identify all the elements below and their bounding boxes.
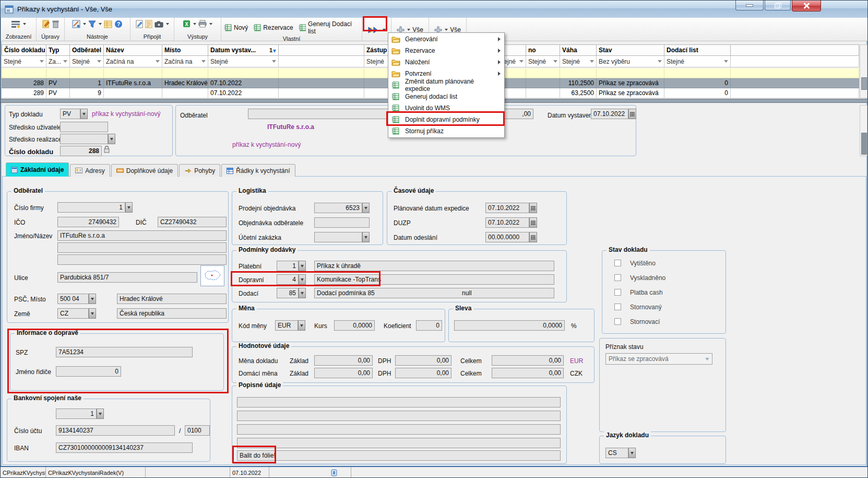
minimize-button[interactable] — [735, 1, 764, 10]
filter-dropdown-caret[interactable] — [99, 23, 102, 25]
jmeno-nazev-field-3[interactable] — [57, 254, 227, 265]
menu-item-uvolnit-do-wms[interactable]: Uvolnit do WMS — [388, 102, 504, 114]
column-header-dodaci-list[interactable]: Dodací list — [664, 44, 731, 56]
jmeno-nazev-field-2[interactable] — [57, 242, 227, 253]
generate-delivery-note-button[interactable]: Generuj Dodací list — [297, 20, 361, 36]
misto-field[interactable]: Hradec Králové — [117, 294, 227, 304]
menu-item-doplnit-dopravni-podminky[interactable]: Doplnit dopravní podmínky — [388, 114, 504, 125]
search-cell[interactable] — [70, 68, 104, 78]
platebni-text-field[interactable]: Příkaz k úhradě — [314, 261, 554, 271]
popisne-line-3[interactable] — [237, 424, 561, 435]
kod-banky-field[interactable]: 0100 — [185, 425, 210, 436]
column-header-odberatel[interactable]: Odběratel — [70, 44, 104, 56]
objednavka-odberatele-field[interactable] — [314, 217, 370, 228]
dph-field-2[interactable]: 0,00 — [395, 368, 451, 378]
cislo-firmy-field[interactable]: 1 — [57, 202, 125, 213]
camera-dropdown-caret[interactable] — [166, 23, 169, 25]
psc-spinner[interactable] — [89, 294, 96, 304]
cislo-firmy-spinner[interactable] — [125, 202, 133, 213]
typ-dokladu-spinner[interactable] — [80, 109, 88, 119]
restore-button[interactable] — [765, 1, 791, 10]
reservation-button[interactable]: Rezervace — [252, 24, 294, 32]
datum-vystaveni-field[interactable]: 07.10.2022 — [591, 109, 628, 119]
koeficient-field[interactable]: 0 — [416, 320, 442, 331]
search-cell[interactable] — [597, 68, 664, 78]
column-header-stav[interactable]: Stav — [597, 44, 664, 56]
column-header-blank[interactable] — [279, 44, 364, 56]
search-cell[interactable] — [208, 68, 279, 78]
kod-meny-spinner[interactable] — [298, 320, 305, 331]
duzp-calendar-button[interactable] — [529, 217, 537, 228]
grid-vertical-scrollbar[interactable] — [860, 44, 867, 98]
menu-item-nalozeni[interactable]: Naložení — [388, 56, 504, 68]
search-cell[interactable] — [526, 68, 560, 78]
menu-item-generovani[interactable]: Generování — [388, 33, 504, 45]
column-header-nazev[interactable]: Název — [104, 44, 162, 56]
cislo-uctu-field[interactable]: 9134140237 — [56, 425, 175, 436]
dodaci-text-field[interactable]: Dodací podmínka 85 null — [314, 288, 554, 298]
kurs-field[interactable]: 0,0000 — [334, 320, 375, 331]
attach-note-icon[interactable] — [136, 20, 143, 28]
bankovni-poradi-spinner[interactable] — [97, 409, 104, 419]
zaklad-field-2[interactable]: 0,00 — [314, 368, 373, 378]
excel-export-icon[interactable]: X — [183, 20, 191, 28]
psc-field[interactable]: 500 04 — [57, 294, 89, 304]
platebni-field[interactable]: 1 — [277, 261, 299, 271]
help-icon[interactable]: ? — [114, 20, 123, 28]
sleva-field[interactable]: 0,0000 — [454, 320, 565, 331]
search-cell[interactable] — [279, 68, 364, 78]
map-button[interactable] — [200, 265, 224, 286]
celkem-field-2[interactable]: 0,00 — [492, 368, 564, 378]
actions-chevron-icon[interactable] — [368, 27, 380, 33]
tab-doplnkove-udaje[interactable]: Doplňkové údaje — [111, 164, 178, 177]
menu-item-zmenit-datum[interactable]: Změnit datum plánované expedice — [388, 79, 504, 91]
detail-scrollbar-thumb[interactable] — [861, 133, 867, 155]
popisne-line-5[interactable]: Balit do fólie! — [237, 450, 561, 461]
jazyk-dokladu-spinner[interactable] — [628, 448, 636, 458]
delete-icon[interactable] — [52, 20, 59, 28]
jmeno-nazev-field[interactable]: ITFutuRe s.r.o.a — [57, 230, 227, 241]
checkbox-vyskladneno[interactable] — [614, 274, 621, 281]
column-header-typ[interactable]: Typ — [46, 44, 70, 56]
dic-field[interactable]: CZ27490432 — [158, 217, 227, 227]
ulice-field[interactable]: Pardubická 851/7 — [57, 272, 197, 283]
checkbox-vytisteno[interactable] — [614, 260, 621, 266]
dopravni-spinner[interactable] — [299, 274, 306, 285]
print-icon[interactable] — [198, 20, 207, 28]
prodejni-objednavka-spinner[interactable] — [362, 203, 370, 213]
filter-blank[interactable] — [279, 56, 364, 67]
datum-vystaveni-calendar-button[interactable] — [628, 109, 636, 119]
planovane-datum-calendar-button[interactable] — [529, 203, 537, 213]
column-header-misto[interactable]: Místo — [162, 44, 208, 56]
spz-field[interactable]: 7A51234 — [56, 347, 193, 357]
search-cell[interactable] — [162, 68, 208, 78]
jazyk-dokladu-field[interactable]: CS — [605, 448, 628, 458]
datum-odeslani-calendar-button[interactable] — [529, 232, 537, 242]
tab-zakladni-udaje[interactable]: Základní údaje — [6, 162, 69, 177]
ico-field[interactable]: 27490432 — [57, 217, 119, 227]
filter-misto[interactable]: Začíná na — [162, 56, 208, 67]
platebni-spinner[interactable] — [299, 261, 306, 271]
kod-meny-field[interactable]: EUR — [275, 320, 298, 331]
iban-field[interactable]: CZ7301000000009134140237 — [56, 442, 193, 453]
column-header-datum-vystaveni[interactable]: Datum vystav...1 — [208, 44, 279, 56]
cislo-dokladu-field[interactable]: 288 — [60, 146, 102, 156]
column-header-cislo-dokladu[interactable]: Číslo dokladu — [2, 44, 46, 56]
excel-dropdown-caret[interactable] — [193, 23, 196, 25]
dopravni-field[interactable]: 4 — [277, 274, 299, 285]
search-cell[interactable] — [560, 68, 597, 78]
celkem-field-1[interactable]: 0,00 — [492, 355, 564, 366]
checkbox-stornovany[interactable] — [614, 304, 621, 310]
menu-item-rezervace[interactable]: Rezervace — [388, 45, 504, 56]
edit-icon[interactable] — [42, 20, 50, 28]
popisne-line-1[interactable] — [237, 397, 561, 407]
bankovni-poradi-field[interactable]: 1 — [56, 409, 97, 419]
grid-scrollbar-thumb[interactable] — [861, 77, 867, 90]
popisne-line-2[interactable] — [237, 411, 561, 421]
attach-list-icon[interactable] — [145, 20, 152, 28]
stredisko-realizace-spinner[interactable] — [108, 134, 115, 144]
tab-pohyby[interactable]: Pohyby — [179, 164, 220, 177]
filter-no[interactable]: Stejné — [526, 56, 560, 67]
jmeno-ridice-field[interactable]: 0 — [56, 366, 121, 377]
detail-vertical-scrollbar[interactable] — [860, 105, 867, 156]
